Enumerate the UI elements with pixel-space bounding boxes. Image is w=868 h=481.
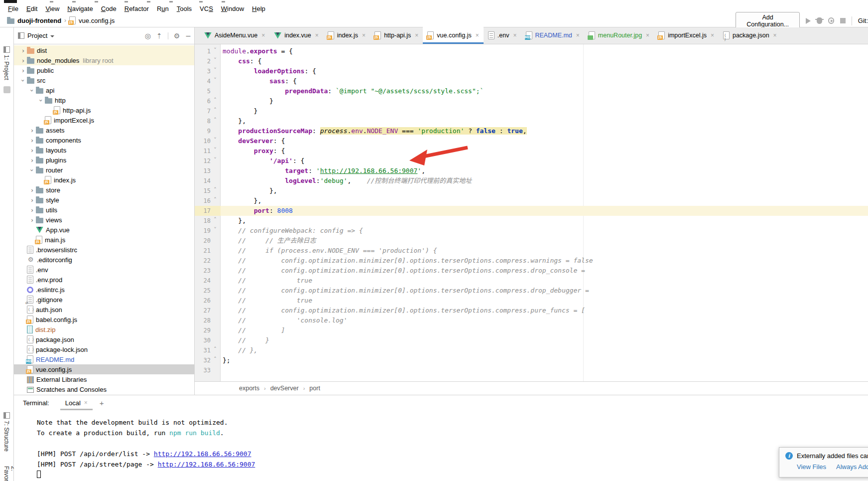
fold-open-icon[interactable]: ˇ <box>211 76 220 86</box>
fold-close-icon[interactable]: ˆ <box>211 186 220 196</box>
menu-code[interactable]: Code <box>97 4 121 13</box>
hide-panel-icon[interactable]: − <box>185 32 191 40</box>
breadcrumb-project[interactable]: duoji-frontend <box>17 17 61 24</box>
tree-item--env-prod[interactable]: .env.prod <box>14 275 194 285</box>
fold-open-icon[interactable]: ˇ <box>211 56 220 66</box>
chevron-collapsed-icon[interactable]: › <box>28 127 36 134</box>
terminal-link[interactable]: http://192.168.66.56:9007 <box>158 461 255 468</box>
chevron-collapsed-icon[interactable]: › <box>28 206 36 214</box>
menu-run[interactable]: Run <box>153 4 173 13</box>
close-icon[interactable]: × <box>711 32 714 39</box>
tree-item-src[interactable]: ›src <box>14 75 194 85</box>
close-icon[interactable]: × <box>646 32 649 39</box>
tab-index-vue[interactable]: index.vue× <box>269 27 323 44</box>
fold-open-icon[interactable]: ˇ <box>211 66 220 76</box>
tree-item-dist-zip[interactable]: dist.zip <box>14 324 194 334</box>
tab-vue-config-js[interactable]: JSvue.config.js× <box>423 27 484 44</box>
tree-item-http[interactable]: ›http <box>14 95 194 105</box>
fold-open-icon[interactable]: ˇ <box>211 156 220 166</box>
tree-item-main-js[interactable]: JSmain.js <box>14 235 194 245</box>
close-icon[interactable]: × <box>773 32 777 39</box>
tree-item-package-lock-json[interactable]: package-lock.json <box>14 344 194 354</box>
menu-view[interactable]: View <box>41 4 63 13</box>
tree-item-api[interactable]: ›api <box>14 85 194 95</box>
tool-stripe-project[interactable]: 1: Project <box>3 46 10 80</box>
chevron-collapsed-icon[interactable]: › <box>28 216 36 224</box>
fold-open-icon[interactable]: ˇ <box>211 146 220 156</box>
tab-readme-md[interactable]: MDREADME.md× <box>521 27 584 44</box>
locate-file-icon[interactable]: ◎ <box>145 32 151 40</box>
tree-item-views[interactable]: ›views <box>14 215 194 225</box>
fold-close-icon[interactable]: ˆ <box>211 116 220 126</box>
tree-item-importexcel-js[interactable]: JSimportExcel.js <box>14 115 194 125</box>
tree-item-readme-md[interactable]: MDREADME.md <box>14 354 194 364</box>
tab-index-js[interactable]: JSindex.js× <box>323 27 370 44</box>
tab-asidemenu-vue[interactable]: AsideMenu.vue× <box>200 27 269 44</box>
chevron-collapsed-icon[interactable]: › <box>28 147 36 154</box>
breadcrumb-item-devserver[interactable]: devServer <box>270 385 299 392</box>
menu-tools[interactable]: Tools <box>173 4 196 13</box>
fold-close-icon[interactable]: ˆ <box>211 196 220 206</box>
tree-item--env[interactable]: .env <box>14 265 194 275</box>
notification-link-view-files[interactable]: View Files <box>797 463 826 471</box>
fold-open-icon[interactable]: ˇ <box>211 226 220 236</box>
fold-close-icon[interactable]: ˆ <box>211 345 220 355</box>
menu-refactor[interactable]: Refactor <box>121 4 153 13</box>
notification-link-always-add[interactable]: Always Add <box>836 463 868 471</box>
tab-package-json[interactable]: package.json× <box>719 27 781 44</box>
chevron-down-icon[interactable] <box>50 35 54 37</box>
close-icon[interactable]: × <box>261 32 265 39</box>
tab-importexcel-js[interactable]: JSimportExcel.js× <box>654 27 719 44</box>
tree-item-scratches-and-consoles[interactable]: Scratches and Consoles <box>14 384 194 394</box>
fold-close-icon[interactable]: ˆ <box>211 355 220 365</box>
tree-item-vue-config-js[interactable]: JSvue.config.js <box>14 364 194 374</box>
close-icon[interactable]: × <box>362 32 366 39</box>
chevron-collapsed-icon[interactable]: › <box>28 157 36 164</box>
close-icon[interactable]: × <box>315 32 319 39</box>
tree-item-app-vue[interactable]: App.vue <box>14 225 194 235</box>
tab-menurouter-jpg[interactable]: menuRouter.jpg× <box>584 27 654 44</box>
fold-close-icon[interactable]: ˆ <box>211 106 220 116</box>
tree-item--browserslistrc[interactable]: .browserslistrc <box>14 245 194 255</box>
tree-item-components[interactable]: ›components <box>14 135 194 145</box>
chevron-collapsed-icon[interactable]: › <box>28 196 36 204</box>
chevron-collapsed-icon[interactable]: › <box>28 137 36 144</box>
chevron-collapsed-icon[interactable]: › <box>28 186 36 194</box>
tree-item--gitignore[interactable]: .gitignore <box>14 295 194 305</box>
tree-item-store[interactable]: ›store <box>14 185 194 195</box>
code-editor[interactable]: 1ˇmodule.exports = {2ˇ css: {3ˇ loaderOp… <box>195 44 868 381</box>
close-icon[interactable]: × <box>476 32 479 39</box>
tab--env[interactable]: .env× <box>484 27 521 44</box>
menu-edit[interactable]: Edit <box>22 4 41 13</box>
chevron-expanded-icon[interactable]: › <box>37 97 45 104</box>
tree-item-babel-config-js[interactable]: JSbabel.config.js <box>14 315 194 324</box>
chevron-expanded-icon[interactable]: › <box>28 166 36 174</box>
close-icon[interactable]: × <box>415 32 418 39</box>
menu-window[interactable]: Window <box>217 4 248 13</box>
chevron-collapsed-icon[interactable]: › <box>19 57 27 64</box>
tree-item-assets[interactable]: ›assets <box>14 125 194 135</box>
fold-close-icon[interactable]: ˆ <box>211 96 220 106</box>
fold-open-icon[interactable]: ˇ <box>211 136 220 146</box>
tree-item-auth-json[interactable]: auth.json <box>14 305 194 315</box>
tree-item--editorconfig[interactable]: ⚙.editorconfig <box>14 255 194 265</box>
close-icon[interactable]: × <box>84 399 88 406</box>
menu-vcs[interactable]: VCS <box>196 4 217 13</box>
breadcrumb-file[interactable]: vue.config.js <box>79 17 115 24</box>
tree-item-plugins[interactable]: ›plugins <box>14 155 194 165</box>
close-icon[interactable]: × <box>513 32 516 39</box>
terminal-output[interactable]: Note that the development build is not o… <box>14 410 868 480</box>
menu-file[interactable]: File <box>4 4 22 13</box>
chevron-collapsed-icon[interactable]: › <box>19 67 27 74</box>
breadcrumb-item-exports[interactable]: exports <box>239 385 259 392</box>
tree-item-dist[interactable]: ›dist <box>14 45 194 55</box>
new-terminal-icon[interactable]: + <box>100 399 104 407</box>
chevron-collapsed-icon[interactable]: › <box>19 47 27 54</box>
tree-item-node-modules[interactable]: ›node_moduleslibrary root <box>14 55 194 65</box>
chevron-expanded-icon[interactable]: › <box>19 77 27 84</box>
tree-item-style[interactable]: ›style <box>14 195 194 205</box>
tool-stripe-structure[interactable]: 7: Structure <box>3 412 10 452</box>
collapse-all-icon[interactable]: ⇡ <box>156 32 162 40</box>
tree-item-external-libraries[interactable]: External Libraries <box>14 374 194 384</box>
fold-open-icon[interactable]: ˇ <box>211 46 220 56</box>
